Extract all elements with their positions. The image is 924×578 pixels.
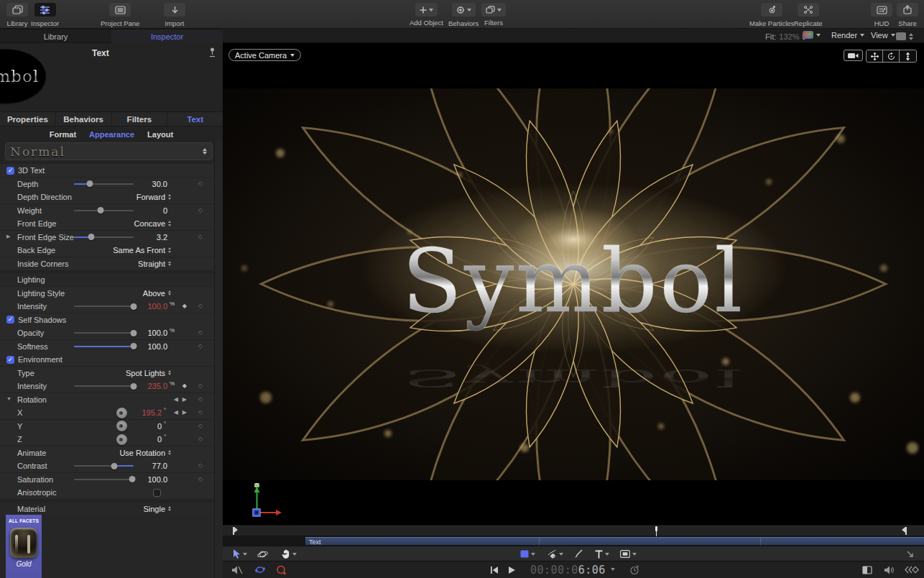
fullscreen-icon[interactable] bbox=[907, 548, 914, 560]
disclosure-triangle-icon[interactable]: ▶ bbox=[6, 234, 10, 239]
channels-popup[interactable] bbox=[803, 31, 821, 39]
timecode-mode-icon[interactable] bbox=[629, 565, 639, 575]
rotation-z-value[interactable]: 0 bbox=[111, 435, 162, 444]
lighting-intensity-value[interactable]: 100.0 bbox=[117, 302, 167, 311]
3d-text-checkbox[interactable]: ✓ bbox=[6, 167, 14, 175]
tab-filters[interactable]: Filters bbox=[112, 112, 168, 126]
pin-icon[interactable] bbox=[209, 47, 216, 58]
rotation-x-value[interactable]: 195.2 bbox=[111, 408, 162, 417]
rotation-y-value[interactable]: 0 bbox=[111, 422, 162, 431]
tab-properties[interactable]: Properties bbox=[0, 112, 56, 126]
prev-keyframe-icon[interactable]: ◀ bbox=[174, 409, 178, 416]
keyframe-animated-icon[interactable]: ◆ bbox=[183, 303, 187, 309]
inside-corners-popup[interactable]: Straight bbox=[138, 260, 171, 268]
back-edge-popup[interactable]: Same As Front bbox=[113, 246, 171, 254]
show-keyframe-editor-button[interactable] bbox=[905, 566, 919, 574]
subtab-appearance[interactable]: Appearance bbox=[89, 130, 134, 139]
depth-direction-popup[interactable]: Forward bbox=[137, 193, 171, 201]
import-button[interactable]: Import bbox=[164, 3, 185, 27]
show-audio-button[interactable] bbox=[884, 566, 895, 574]
mute-audio-button[interactable] bbox=[232, 566, 243, 574]
replicate-button[interactable]: Replicate bbox=[794, 3, 823, 27]
disclosure-triangle-icon[interactable]: ▼ bbox=[6, 396, 11, 401]
text-tool[interactable] bbox=[595, 548, 609, 560]
subtab-format[interactable]: Format bbox=[50, 130, 76, 139]
next-keyframe-icon[interactable]: ▶ bbox=[183, 409, 187, 416]
filters-button[interactable]: Filters bbox=[481, 3, 506, 27]
viewport[interactable]: Symbol Symbol bbox=[223, 43, 924, 525]
share-button[interactable]: Share bbox=[897, 3, 918, 27]
environment-checkbox[interactable]: ✓ bbox=[6, 356, 14, 364]
loop-playback-button[interactable] bbox=[254, 565, 266, 574]
keyframe-diamond-icon[interactable]: ◇ bbox=[198, 476, 203, 482]
keyframe-diamond-icon[interactable]: ◇ bbox=[198, 382, 203, 389]
keyframe-diamond-icon[interactable]: ◇ bbox=[198, 396, 203, 403]
weight-value[interactable]: 0 bbox=[117, 206, 167, 215]
tab-behaviors[interactable]: Behaviors bbox=[56, 112, 112, 126]
camera-menu[interactable]: Active Camera bbox=[228, 49, 301, 61]
tab-text[interactable]: Text bbox=[167, 112, 223, 126]
keyframe-diamond-icon[interactable]: ◇ bbox=[198, 436, 203, 442]
record-button[interactable] bbox=[276, 565, 287, 575]
keyframe-diamond-icon[interactable]: ◇ bbox=[198, 329, 203, 336]
orbit-camera-button[interactable] bbox=[883, 50, 900, 62]
front-edge-size-value[interactable]: 3.2 bbox=[117, 233, 167, 242]
render-menu[interactable]: Render bbox=[831, 31, 864, 40]
depth-value[interactable]: 30.0 bbox=[117, 180, 167, 188]
make-particles-button[interactable]: Make Particles bbox=[749, 3, 794, 27]
dolly-camera-button[interactable] bbox=[900, 50, 916, 62]
panel-scrollbar[interactable] bbox=[214, 141, 223, 578]
select-transform-tool[interactable] bbox=[233, 548, 247, 560]
opacity-value[interactable]: 100.0 bbox=[117, 329, 167, 337]
add-object-button[interactable]: Add Object bbox=[410, 3, 443, 27]
material-swatch-gold[interactable]: ALL FACETS Gold bbox=[6, 515, 42, 578]
play-range-out-marker[interactable] bbox=[905, 527, 907, 535]
subtab-layout[interactable]: Layout bbox=[147, 130, 173, 139]
anisotropic-checkbox[interactable] bbox=[153, 489, 161, 497]
previous-frame-button[interactable] bbox=[491, 566, 498, 574]
self-shadows-checkbox[interactable]: ✓ bbox=[6, 316, 14, 324]
env-type-popup[interactable]: Spot Lights bbox=[126, 369, 171, 377]
prev-keyframe-icon[interactable]: ◀ bbox=[174, 396, 178, 403]
show-timeline-button[interactable] bbox=[862, 566, 872, 574]
camera-select-button[interactable] bbox=[844, 50, 863, 61]
material-popup[interactable]: Single bbox=[143, 505, 171, 513]
keyframe-diamond-icon[interactable]: ◇ bbox=[198, 343, 203, 349]
keyframe-diamond-icon[interactable]: ◇ bbox=[198, 207, 203, 214]
env-intensity-value[interactable]: 235.0 bbox=[117, 382, 167, 390]
keyframe-diamond-icon[interactable]: ◇ bbox=[198, 180, 203, 187]
play-button[interactable] bbox=[509, 566, 515, 574]
project-pane-button[interactable]: Project Pane bbox=[101, 3, 139, 27]
inspector-toolbar-button[interactable]: Inspector bbox=[31, 3, 59, 27]
keyframe-diamond-icon[interactable]: ◇ bbox=[198, 234, 203, 240]
keyframe-diamond-icon[interactable]: ◇ bbox=[198, 303, 203, 309]
rectangle-tool[interactable] bbox=[520, 548, 535, 560]
3d-axis-widget[interactable] bbox=[243, 483, 286, 519]
canvas-title-text[interactable]: Symbol bbox=[402, 230, 745, 332]
keyframe-diamond-icon[interactable]: ◇ bbox=[198, 462, 203, 469]
pan-camera-button[interactable] bbox=[867, 50, 883, 62]
text-layer-bar[interactable]: Text bbox=[305, 537, 924, 545]
timecode-menu-chevron[interactable] bbox=[611, 568, 615, 573]
play-range-in-marker[interactable] bbox=[233, 527, 234, 535]
behaviors-button[interactable]: Behaviors bbox=[448, 3, 479, 27]
3d-transform-tool[interactable] bbox=[257, 548, 268, 560]
pan-hand-tool[interactable] bbox=[282, 548, 297, 560]
front-edge-popup[interactable]: Concave bbox=[134, 219, 171, 228]
paint-stroke-tool[interactable] bbox=[574, 548, 583, 560]
contrast-value[interactable]: 77.0 bbox=[117, 462, 167, 470]
playhead[interactable] bbox=[655, 526, 657, 536]
fit-control[interactable]: Fit: 132% bbox=[765, 31, 806, 42]
tab-library[interactable]: Library bbox=[0, 29, 111, 43]
next-keyframe-icon[interactable]: ▶ bbox=[183, 396, 187, 403]
view-menu[interactable]: View bbox=[871, 31, 895, 40]
mini-timeline-scrubber[interactable] bbox=[223, 525, 924, 536]
saturation-value[interactable]: 100.0 bbox=[117, 475, 167, 484]
bezier-pen-tool[interactable] bbox=[548, 548, 563, 560]
library-toolbar-button[interactable]: Library bbox=[6, 3, 28, 27]
softness-value[interactable]: 100.0 bbox=[117, 342, 167, 351]
lighting-style-popup[interactable]: Above bbox=[143, 289, 171, 298]
keyframe-animated-icon[interactable]: ◆ bbox=[183, 382, 187, 389]
keyframe-diamond-icon[interactable]: ◇ bbox=[198, 423, 203, 429]
mask-tool[interactable] bbox=[620, 548, 637, 560]
